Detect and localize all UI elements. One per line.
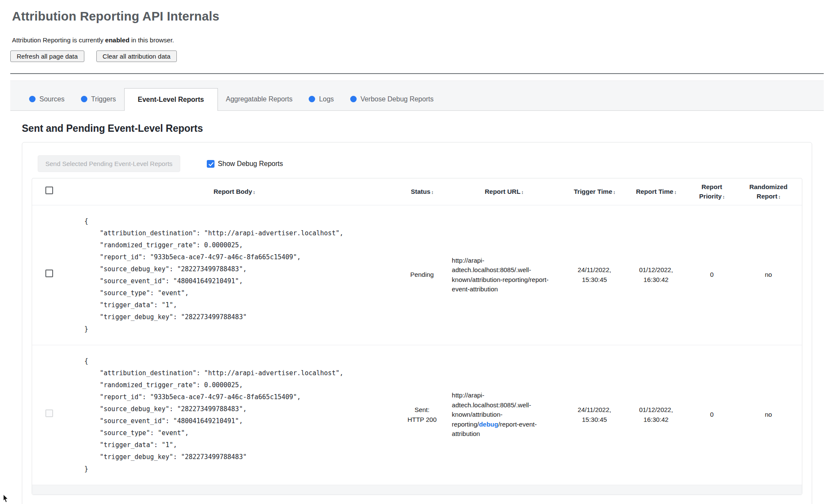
sort-icon: ↕ <box>253 190 255 195</box>
report-priority-cell: 0 <box>689 345 735 485</box>
tab-label: Verbose Debug Reports <box>360 95 434 103</box>
row-checkbox-disabled <box>45 409 53 417</box>
status-enabled: enabled <box>105 36 130 44</box>
sort-icon: ↕ <box>521 190 524 195</box>
report-url-cell: http://arapi-adtech.localhost:8085/.well… <box>442 205 566 345</box>
header-report-time[interactable]: Report Time↕ <box>623 178 689 205</box>
top-actions: Refresh all page data Clear all attribut… <box>10 50 824 62</box>
show-debug-label: Show Debug Reports <box>218 160 283 168</box>
sort-icon: ↕ <box>431 190 433 195</box>
table-footer-row <box>32 485 802 495</box>
mouse-cursor-icon <box>3 494 9 503</box>
tab-label: Event-Level Reports <box>138 96 204 104</box>
table-header-row: Report Body↕ Status↕ Report URL↕ Trigger… <box>32 178 802 205</box>
panel-controls: Send Selected Pending Event-Level Report… <box>38 155 802 172</box>
status-cell: Pending <box>402 205 442 345</box>
tab-event-level-reports[interactable]: Event-Level Reports <box>124 88 218 111</box>
header-label: Status <box>411 188 431 195</box>
header-randomized-report[interactable]: Randomized Report↕ <box>735 178 802 205</box>
header-label: Randomized Report <box>749 183 787 200</box>
tab-label: Sources <box>39 95 65 103</box>
sort-icon: ↕ <box>674 190 676 195</box>
show-debug-toggle: Show Debug Reports <box>207 160 283 168</box>
header-label: Report Time <box>636 188 673 195</box>
randomized-report-cell: no <box>735 205 802 345</box>
trigger-time-cell: 24/11/2022, 15:30:45 <box>566 205 623 345</box>
blue-dot-icon <box>29 96 36 102</box>
tab-aggregatable-reports[interactable]: Aggregatable Reports <box>218 88 301 110</box>
report-body-json: { "attribution_destination": "http://ara… <box>67 355 397 475</box>
attribution-status-text: Attribution Reporting is currently enabl… <box>12 36 824 44</box>
header-report-priority[interactable]: Report Priority↕ <box>689 178 735 205</box>
report-priority-cell: 0 <box>689 205 735 345</box>
header-label: Report Body <box>214 188 252 195</box>
status-suffix: in this browser. <box>129 36 174 44</box>
header-label: Report Priority <box>699 183 722 200</box>
tab-verbose-debug-reports[interactable]: Verbose Debug Reports <box>342 88 442 110</box>
reports-table-container: Report Body↕ Status↕ Report URL↕ Trigger… <box>32 178 802 495</box>
page-title: Attribution Reporting API Internals <box>12 9 824 24</box>
tab-label: Logs <box>319 95 334 103</box>
header-status[interactable]: Status↕ <box>402 178 442 205</box>
trigger-time-cell: 24/11/2022, 15:30:45 <box>566 345 623 485</box>
report-url-cell: http://arapi-adtech.localhost:8085/.well… <box>442 345 566 485</box>
table-row: { "attribution_destination": "http://ara… <box>32 345 802 485</box>
tab-triggers[interactable]: Triggers <box>73 88 124 110</box>
header-trigger-time[interactable]: Trigger Time↕ <box>566 178 623 205</box>
sort-icon: ↕ <box>778 194 780 199</box>
tab-strip: Sources Triggers Event-Level Reports Agg… <box>10 80 824 111</box>
show-debug-checkbox[interactable] <box>207 160 214 168</box>
reports-table: Report Body↕ Status↕ Report URL↕ Trigger… <box>32 178 802 495</box>
section-heading: Sent and Pending Event-Level Reports <box>22 123 824 134</box>
header-label: Trigger Time <box>574 188 612 195</box>
report-time-cell: 01/12/2022, 16:30:42 <box>623 345 689 485</box>
status-prefix: Attribution Reporting is currently <box>12 36 105 44</box>
blue-dot-icon <box>81 96 87 102</box>
blue-dot-icon <box>309 96 315 102</box>
header-report-body[interactable]: Report Body↕ <box>67 178 402 205</box>
tab-sources[interactable]: Sources <box>21 88 73 110</box>
refresh-all-button[interactable]: Refresh all page data <box>10 50 84 62</box>
sort-icon: ↕ <box>723 194 725 199</box>
tab-logs[interactable]: Logs <box>301 88 342 110</box>
event-level-reports-panel: Send Selected Pending Event-Level Report… <box>22 142 812 504</box>
blue-dot-icon <box>350 96 357 102</box>
row-checkbox[interactable] <box>45 270 53 277</box>
send-selected-button[interactable]: Send Selected Pending Event-Level Report… <box>38 155 180 172</box>
debug-url-segment: debug <box>479 421 498 428</box>
report-body-json: { "attribution_destination": "http://ara… <box>67 215 397 335</box>
header-label: Report URL <box>485 188 520 195</box>
randomized-report-cell: no <box>735 345 802 485</box>
clear-all-button[interactable]: Clear all attribution data <box>96 50 177 62</box>
report-url: http://arapi-adtech.localhost:8085/.well… <box>452 257 548 293</box>
header-report-url[interactable]: Report URL↕ <box>442 178 566 205</box>
select-all-checkbox[interactable] <box>45 187 53 194</box>
table-row: { "attribution_destination": "http://ara… <box>32 205 802 345</box>
report-time-cell: 01/12/2022, 16:30:42 <box>623 205 689 345</box>
tab-label: Triggers <box>91 95 116 103</box>
sort-icon: ↕ <box>613 190 615 195</box>
status-cell: Sent: HTTP 200 <box>402 345 442 485</box>
divider <box>10 73 824 74</box>
tab-label: Aggregatable Reports <box>226 95 293 103</box>
